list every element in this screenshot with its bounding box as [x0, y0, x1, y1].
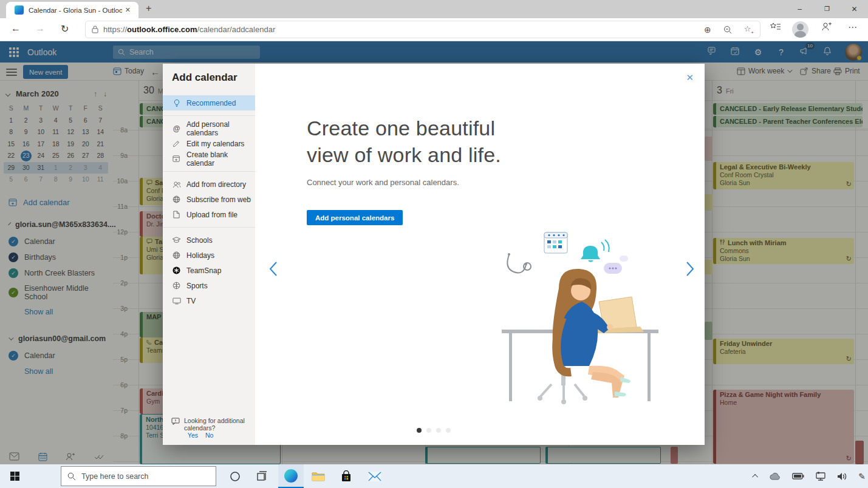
menu-item-label: Subscribe from web [186, 195, 251, 204]
dialog-title: Add calendar [172, 72, 238, 84]
sports-icon [172, 282, 181, 290]
menu-item-holidays[interactable]: Holidays [163, 248, 255, 263]
menu-item-label: Schools [186, 236, 213, 245]
pen-icon[interactable]: ✎ [858, 472, 866, 481]
people-icon [172, 181, 181, 188]
tray-expand-icon[interactable] [752, 474, 758, 480]
teamsnap-icon [172, 266, 181, 274]
menu-item-label: Upload from file [186, 211, 238, 219]
menu-item-label: Holidays [186, 251, 214, 260]
menu-item-add-personal-calendars[interactable]: @Add personal calendars [163, 121, 255, 136]
taskbar-search[interactable] [61, 466, 216, 486]
url-text: https://outlook.office.com/calendar/addc… [103, 25, 275, 34]
browser-menu-icon[interactable]: ⋯ [848, 22, 858, 33]
lightbulb-icon [172, 99, 181, 107]
file-icon [172, 211, 181, 219]
dialog-menu: Recommended@Add personal calendarsEdit m… [163, 95, 255, 308]
windows-taskbar: ✎ [0, 464, 868, 488]
edge-favicon [15, 5, 24, 15]
menu-item-recommended[interactable]: Recommended [163, 95, 255, 110]
zoom-out-search-icon[interactable] [723, 25, 732, 34]
dialog-subtext: Connect your work and personal calendars… [307, 178, 459, 187]
taskbar-search-icon [67, 472, 76, 481]
new-tab-button[interactable]: + [146, 3, 151, 14]
menu-item-label: TV [186, 297, 196, 305]
feedback-icon[interactable] [821, 22, 832, 32]
outlook-page: Outlook ⚙ ? 10 New event Today [0, 41, 868, 464]
add-calendar-dialog: Add calendar Recommended@Add personal ca… [163, 64, 705, 445]
carousel-dots [163, 428, 705, 433]
illustration-woman-at-desk [491, 228, 673, 410]
carousel-dot[interactable] [436, 428, 441, 433]
screen: Calendar - Gloria Sun - Outlook ✕ + – ❐ … [0, 0, 868, 488]
menu-item-label: Add from directory [186, 180, 246, 189]
menu-item-edit-my-calendars[interactable]: Edit my calendars [163, 136, 255, 151]
network-display-icon[interactable] [815, 472, 826, 481]
feedback-bubble-icon [171, 418, 180, 425]
menu-item-schools[interactable]: Schools [163, 232, 255, 248]
lock-icon [92, 25, 98, 33]
carousel-dot[interactable] [426, 428, 431, 433]
zoom-in-icon[interactable]: ⊕ [704, 25, 711, 35]
menu-item-sports[interactable]: Sports [163, 278, 255, 293]
menu-item-upload-from-file[interactable]: Upload from file [163, 207, 255, 222]
menu-item-label: Add personal calendars [186, 120, 255, 137]
menu-divider [163, 171, 255, 172]
tab-title: Calendar - Gloria Sun - Outlook [29, 7, 122, 14]
window-close-button[interactable]: ✕ [841, 0, 868, 18]
add-favorite-icon[interactable]: ☆+ [744, 24, 754, 35]
taskbar-search-input[interactable] [81, 472, 197, 481]
dialog-close-icon[interactable]: ✕ [686, 72, 694, 83]
browser-tab-bar: Calendar - Gloria Sun - Outlook ✕ + – ❐ … [0, 0, 868, 18]
menu-item-teamsnap[interactable]: TeamSnap [163, 263, 255, 278]
url-field[interactable]: https://outlook.office.com/calendar/addc… [85, 21, 760, 38]
file-explorer-icon[interactable] [306, 464, 331, 488]
tab-close-icon[interactable]: ✕ [122, 5, 134, 15]
volume-icon[interactable] [837, 472, 847, 481]
microsoft-store-icon[interactable] [333, 464, 359, 488]
menu-divider [163, 227, 255, 228]
globe-icon [172, 251, 181, 259]
menu-item-tv[interactable]: TV [163, 293, 255, 308]
menu-item-label: TeamSnap [186, 266, 221, 275]
taskbar-edge-icon[interactable] [278, 464, 304, 488]
task-view-icon[interactable] [249, 464, 275, 488]
refresh-icon[interactable]: ↻ [61, 23, 69, 35]
menu-divider [163, 115, 255, 116]
add-personal-calendars-button[interactable]: Add personal calendars [307, 210, 403, 225]
mail-icon[interactable] [362, 464, 388, 488]
menu-item-subscribe-from-web[interactable]: Subscribe from web [163, 192, 255, 207]
window-minimize-button[interactable]: – [786, 0, 813, 18]
school-icon [172, 237, 181, 243]
tv-icon [172, 297, 181, 305]
forward-icon[interactable]: → [35, 23, 45, 34]
menu-item-label: Recommended [186, 99, 236, 107]
calplus-icon [172, 155, 181, 163]
window-maximize-button[interactable]: ❐ [813, 0, 841, 18]
battery-icon[interactable] [792, 473, 804, 480]
carousel-prev-icon[interactable] [267, 260, 279, 278]
menu-item-label: Sports [186, 282, 208, 290]
start-button[interactable] [0, 472, 29, 481]
carousel-next-icon[interactable] [684, 260, 696, 278]
back-icon[interactable]: ← [11, 23, 21, 34]
globe-icon [172, 195, 181, 203]
at-icon: @ [172, 124, 181, 133]
browser-profile-avatar[interactable] [792, 21, 808, 38]
favorites-bar-icon[interactable] [770, 22, 781, 32]
menu-item-label: Create blank calendar [186, 151, 255, 168]
edit-icon [172, 140, 181, 147]
onedrive-cloud-icon[interactable] [769, 472, 781, 480]
menu-item-create-blank-calendar[interactable]: Create blank calendar [163, 151, 255, 166]
menu-item-label: Edit my calendars [186, 140, 244, 148]
cortana-icon[interactable] [222, 464, 248, 488]
browser-tab[interactable]: Calendar - Gloria Sun - Outlook ✕ [6, 2, 138, 18]
carousel-dot[interactable] [417, 428, 422, 433]
dialog-heading: Create one beautiful view of work and li… [307, 115, 501, 168]
carousel-dot[interactable] [446, 428, 451, 433]
menu-item-add-from-directory[interactable]: Add from directory [163, 177, 255, 192]
